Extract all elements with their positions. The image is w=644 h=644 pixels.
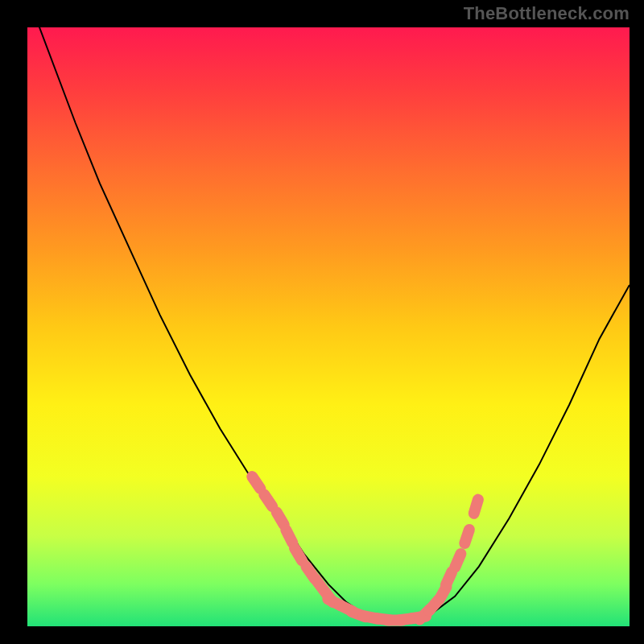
curve-marker	[419, 609, 430, 620]
curve-marker	[277, 512, 284, 525]
curve-marker	[340, 605, 353, 612]
curve-marker	[440, 587, 447, 600]
curve-marker	[286, 530, 292, 543]
curve-marker	[364, 616, 378, 619]
curve-marker	[411, 617, 426, 619]
curve-marker	[306, 567, 314, 579]
curve-marker	[429, 600, 439, 611]
curve-marker	[328, 599, 341, 605]
curve-marker	[474, 500, 478, 514]
bottleneck-curve	[27, 27, 630, 621]
curve-marker	[295, 548, 302, 561]
chart-overlay	[27, 27, 630, 626]
curve-marker	[324, 591, 333, 602]
curve-marker	[446, 572, 452, 584]
curve-marker	[464, 530, 469, 543]
attribution-label: TheBottleneck.com	[464, 3, 630, 24]
curve-marker	[455, 554, 460, 568]
chart-frame: TheBottleneck.com	[0, 0, 644, 644]
curve-marker	[252, 477, 260, 489]
curve-marker	[315, 579, 324, 590]
curve-marker	[352, 612, 365, 617]
curve-marker	[375, 618, 390, 620]
curve-marker	[399, 618, 414, 620]
marker-group	[252, 477, 478, 621]
plot-area	[27, 27, 630, 626]
curve-marker	[264, 494, 272, 506]
